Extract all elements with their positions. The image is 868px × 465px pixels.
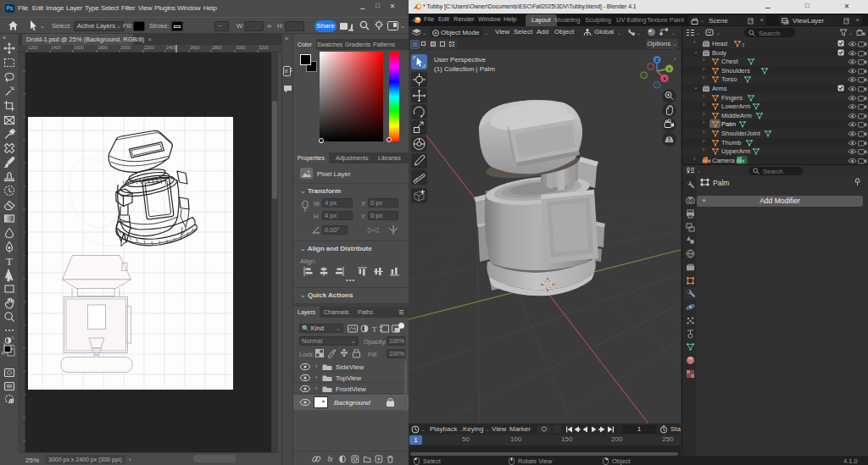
- svg-text:2600: 2600: [190, 45, 200, 50]
- svg-text:1600: 1600: [74, 45, 84, 50]
- svg-text:X: X: [663, 76, 666, 81]
- svg-text:2800: 2800: [212, 45, 222, 50]
- svg-text:2400: 2400: [166, 45, 176, 50]
- svg-text:T: T: [372, 325, 377, 334]
- svg-text:Z: Z: [655, 58, 659, 63]
- svg-text:T: T: [6, 255, 13, 268]
- svg-text:1200: 1200: [28, 45, 38, 50]
- svg-text:3200: 3200: [259, 45, 269, 50]
- svg-text:Y: Y: [668, 67, 671, 72]
- svg-text:2000: 2000: [120, 45, 131, 50]
- svg-text:1800: 1800: [97, 45, 108, 50]
- svg-text:1400: 1400: [51, 45, 61, 50]
- svg-text:8: 8: [285, 69, 288, 74]
- svg-text:3000: 3000: [236, 45, 246, 50]
- svg-text:fx: fx: [328, 456, 334, 463]
- svg-text:2200: 2200: [144, 45, 154, 50]
